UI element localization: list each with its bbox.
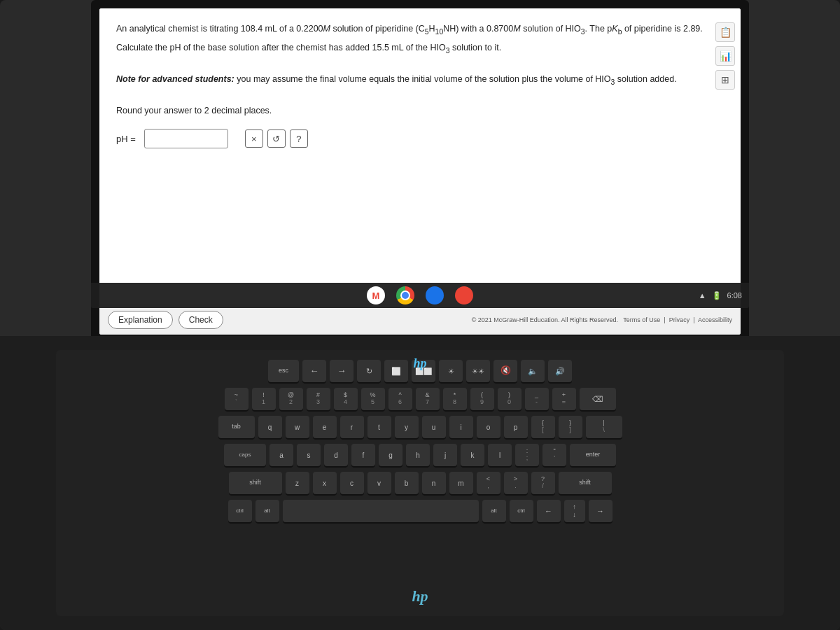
key-f[interactable]: f	[351, 444, 375, 466]
key-4[interactable]: $4	[334, 388, 358, 410]
key-row-asdf: caps a s d f g h j k l :; "' enter	[69, 444, 771, 466]
key-ctrl-r[interactable]: ctrl	[510, 500, 533, 522]
key-n[interactable]: n	[422, 472, 446, 494]
battery-icon: 🔋	[712, 291, 722, 300]
key-quote[interactable]: "'	[542, 444, 566, 466]
key-m[interactable]: m	[449, 472, 473, 494]
expand-icon-btn[interactable]: ⊞	[715, 70, 735, 90]
key-q[interactable]: q	[258, 416, 282, 438]
key-6[interactable]: ^6	[388, 388, 412, 410]
key-x[interactable]: x	[313, 472, 337, 494]
key-equals[interactable]: +=	[552, 388, 576, 410]
key-s[interactable]: s	[297, 444, 321, 466]
key-row-bottom: ctrl alt alt ctrl ← ↑↓ →	[69, 500, 771, 522]
main-content-area: 📋 📊 ⊞ An analytical chemist is titrating…	[99, 8, 741, 304]
key-fullscreen[interactable]: ⬜	[384, 360, 408, 382]
key-bright-down[interactable]: ☀	[439, 360, 463, 382]
key-mute[interactable]: 🔇	[493, 360, 517, 382]
key-backspace[interactable]: ⌫	[580, 388, 616, 410]
key-l[interactable]: l	[488, 444, 512, 466]
keyboard-inner: esc ← → ↻ ⬜ ⬜⬜ ☀ ☀☀ 🔇 🔈 🔊 ~` !1 @2 #3 $4…	[56, 350, 784, 616]
answer-row: pH = × ↺ ?	[116, 129, 724, 148]
key-1[interactable]: !1	[252, 388, 276, 410]
key-arrow-right[interactable]: →	[589, 500, 612, 522]
key-alt[interactable]: alt	[255, 500, 279, 522]
undo-button[interactable]: ↺	[267, 130, 286, 148]
key-9[interactable]: (9	[470, 388, 494, 410]
key-3[interactable]: #3	[307, 388, 330, 410]
key-u[interactable]: u	[422, 416, 446, 438]
key-arrow-left[interactable]: ←	[537, 500, 561, 522]
key-c[interactable]: c	[340, 472, 364, 494]
check-button[interactable]: Check	[178, 311, 223, 329]
key-refresh[interactable]: ↻	[357, 360, 381, 382]
key-h[interactable]: h	[406, 444, 430, 466]
key-period[interactable]: >.	[504, 472, 528, 494]
key-8[interactable]: *8	[443, 388, 467, 410]
key-z[interactable]: z	[286, 472, 309, 494]
key-back[interactable]: ←	[302, 360, 326, 382]
key-tab[interactable]: tab	[218, 416, 255, 438]
key-b[interactable]: b	[395, 472, 419, 494]
key-bright-up[interactable]: ☀☀	[466, 360, 490, 382]
key-a[interactable]: a	[270, 444, 293, 466]
key-semicolon[interactable]: :;	[515, 444, 539, 466]
key-o[interactable]: o	[477, 416, 500, 438]
key-2[interactable]: @2	[279, 388, 303, 410]
key-backslash[interactable]: |\	[586, 416, 622, 438]
key-comma[interactable]: <,	[477, 472, 500, 494]
key-d[interactable]: d	[324, 444, 348, 466]
key-j[interactable]: j	[433, 444, 457, 466]
key-caps[interactable]: caps	[224, 444, 266, 466]
laptop-body: 📋 📊 ⊞ An analytical chemist is titrating…	[0, 0, 840, 630]
key-arrow-up-down[interactable]: ↑↓	[564, 500, 585, 522]
key-g[interactable]: g	[379, 444, 402, 466]
key-minus[interactable]: _-	[525, 388, 549, 410]
key-e[interactable]: e	[313, 416, 337, 438]
key-esc[interactable]: esc	[268, 360, 299, 382]
key-0[interactable]: )0	[498, 388, 522, 410]
ph-label-text: pH =	[116, 134, 136, 144]
ph-input[interactable]	[144, 129, 228, 148]
key-rshift[interactable]: shift	[559, 472, 612, 494]
key-lshift[interactable]: shift	[229, 472, 282, 494]
key-alt-r[interactable]: alt	[482, 500, 506, 522]
key-tilde[interactable]: ~`	[225, 388, 248, 410]
chart-icon-btn[interactable]: 📊	[715, 46, 735, 66]
key-lbracket[interactable]: {[	[531, 416, 555, 438]
clear-button[interactable]: ×	[245, 130, 263, 148]
key-t[interactable]: t	[368, 416, 391, 438]
key-rbracket[interactable]: }]	[559, 416, 582, 438]
key-vol-up[interactable]: 🔊	[548, 360, 572, 382]
key-p[interactable]: p	[504, 416, 528, 438]
accessibility-link[interactable]: Accessibility	[698, 316, 732, 323]
key-ctrl[interactable]: ctrl	[228, 500, 252, 522]
key-vol-down[interactable]: 🔈	[521, 360, 545, 382]
files-icon[interactable]	[426, 286, 444, 304]
hp-logo: hp	[413, 356, 426, 371]
key-slash[interactable]: ?/	[531, 472, 555, 494]
chrome-icon[interactable]	[396, 286, 414, 304]
key-5[interactable]: %5	[361, 388, 385, 410]
notes-icon-btn[interactable]: 📋	[715, 22, 735, 42]
key-v[interactable]: v	[368, 472, 391, 494]
problem-note: Note for advanced students: you may assu…	[116, 73, 724, 88]
gmail-icon[interactable]: M	[367, 286, 385, 304]
key-y[interactable]: y	[395, 416, 419, 438]
key-w[interactable]: w	[286, 416, 309, 438]
youtube-icon[interactable]	[455, 286, 473, 304]
key-fwd[interactable]: →	[330, 360, 354, 382]
hp-laptop-logo: hp	[412, 587, 428, 606]
key-enter[interactable]: enter	[570, 444, 616, 466]
explanation-button[interactable]: Explanation	[108, 311, 173, 329]
key-space[interactable]	[283, 500, 479, 522]
help-button[interactable]: ?	[290, 130, 308, 148]
key-r[interactable]: r	[340, 416, 364, 438]
key-row-numbers: ~` !1 @2 #3 $4 %5 ^6 &7 *8 (9 )0 _- += ⌫	[69, 388, 771, 410]
terms-link[interactable]: Terms of Use	[623, 316, 660, 323]
key-k[interactable]: k	[461, 444, 484, 466]
keyboard-area: esc ← → ↻ ⬜ ⬜⬜ ☀ ☀☀ 🔇 🔈 🔊 ~` !1 @2 #3 $4…	[0, 336, 840, 630]
key-7[interactable]: &7	[416, 388, 440, 410]
key-i[interactable]: i	[449, 416, 473, 438]
privacy-link[interactable]: Privacy	[669, 316, 690, 323]
